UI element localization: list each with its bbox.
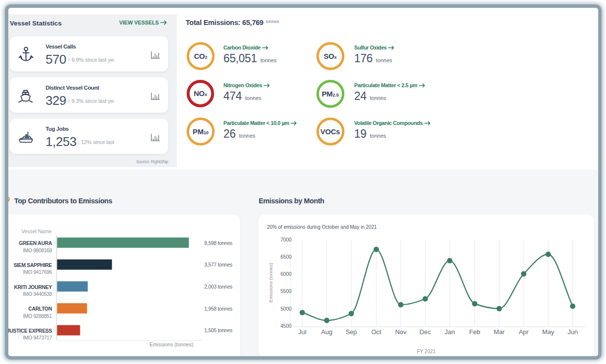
svg-text:1,505 tonnes: 1,505 tonnes bbox=[204, 327, 232, 333]
svg-text:7000: 7000 bbox=[280, 237, 291, 243]
svg-text:IMO 9473717: IMO 9473717 bbox=[23, 335, 52, 340]
svg-text:IMO 9440538: IMO 9440538 bbox=[23, 291, 52, 297]
svg-text:5500: 5500 bbox=[280, 288, 291, 294]
svg-text:Mar: Mar bbox=[494, 328, 505, 336]
svg-text:Jan: Jan bbox=[445, 328, 455, 336]
svg-text:Feb: Feb bbox=[469, 328, 480, 336]
svg-text:Vessel Name: Vessel Name bbox=[22, 228, 52, 234]
svg-text:May: May bbox=[542, 328, 555, 336]
svg-text:CARLTON: CARLTON bbox=[28, 306, 52, 312]
svg-text:FY 2021: FY 2021 bbox=[417, 349, 436, 354]
svg-text:IMO 9808168: IMO 9808168 bbox=[23, 247, 52, 253]
svg-text:20% of emissions during Octobe: 20% of emissions during October and May … bbox=[267, 224, 377, 230]
svg-text:5000: 5000 bbox=[280, 306, 291, 312]
svg-text:Jun: Jun bbox=[568, 328, 578, 336]
svg-text:6000: 6000 bbox=[280, 271, 291, 277]
svg-text:Jul: Jul bbox=[298, 328, 307, 336]
svg-text:JUSTICE EXPRESS: JUSTICE EXPRESS bbox=[7, 328, 52, 334]
svg-text:KRITI JOURNEY: KRITI JOURNEY bbox=[14, 284, 52, 290]
svg-text:GREEN AURA: GREEN AURA bbox=[19, 240, 52, 246]
svg-text:8,598 tonnes: 8,598 tonnes bbox=[204, 240, 232, 246]
svg-text:IMO 9417696: IMO 9417696 bbox=[23, 269, 52, 275]
svg-text:SIEM SAPPHIRE: SIEM SAPPHIRE bbox=[14, 262, 52, 268]
svg-text:2,003 tonnes: 2,003 tonnes bbox=[204, 284, 232, 290]
svg-text:Emissions (tonnes): Emissions (tonnes) bbox=[268, 263, 273, 303]
svg-text:Aug: Aug bbox=[321, 328, 332, 336]
svg-text:Oct: Oct bbox=[371, 328, 382, 336]
svg-text:6500: 6500 bbox=[280, 254, 291, 260]
svg-text:Apr: Apr bbox=[519, 328, 529, 336]
svg-text:Emissions (tonnes): Emissions (tonnes) bbox=[149, 341, 193, 347]
svg-text:4500: 4500 bbox=[280, 323, 291, 329]
svg-text:3,577 tonnes: 3,577 tonnes bbox=[204, 262, 232, 267]
svg-text:Sep: Sep bbox=[345, 328, 357, 336]
svg-text:IMO 9288851: IMO 9288851 bbox=[23, 313, 52, 319]
svg-text:Nov: Nov bbox=[395, 328, 407, 336]
svg-text:Dec: Dec bbox=[419, 328, 431, 336]
svg-text:1,958 tonnes: 1,958 tonnes bbox=[204, 306, 232, 312]
